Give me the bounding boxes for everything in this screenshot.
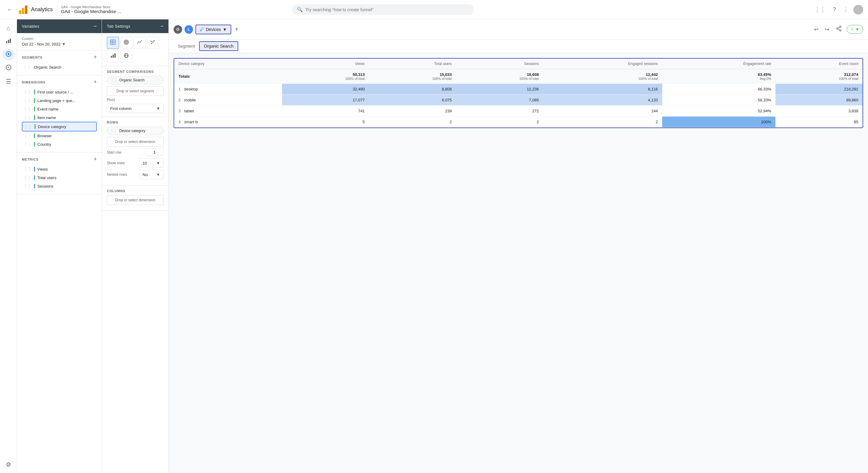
dim-color-bar bbox=[34, 98, 35, 103]
drop-segment-area[interactable]: Drop or select segment bbox=[107, 86, 163, 96]
add-tab-button[interactable]: + bbox=[234, 25, 240, 34]
save-button[interactable]: ✓ ▼ bbox=[847, 25, 863, 34]
metric-item-total-users[interactable]: ⋮⋮ Total users bbox=[22, 173, 97, 182]
viz-geo-button[interactable] bbox=[120, 50, 132, 62]
totals-engaged-sub: 100% of total bbox=[547, 77, 658, 81]
grid-button[interactable]: ⋮⋮ bbox=[812, 4, 828, 16]
dimension-item-browser[interactable]: ⋮⋮ Browser bbox=[22, 131, 97, 140]
dimension-item-first-user-source-/-...[interactable]: ⋮⋮ First user source / ... bbox=[22, 88, 97, 96]
drop-dimension-area[interactable]: Drop or select dimension bbox=[107, 137, 163, 147]
row-chip-device[interactable]: ⋮⋮ Device category bbox=[107, 127, 163, 135]
segment-chip-organic[interactable]: ⋮⋮ Organic Search bbox=[107, 76, 163, 84]
nav-home-button[interactable]: ⌂ bbox=[2, 22, 14, 34]
variables-panel-close[interactable]: − bbox=[93, 23, 97, 29]
metric-item-views[interactable]: ⋮⋮ Views bbox=[22, 165, 97, 173]
svg-rect-21 bbox=[113, 55, 114, 58]
nav-explore-button[interactable] bbox=[2, 49, 14, 61]
redo-button[interactable]: ↪ bbox=[823, 24, 831, 35]
tab-organic-label: Organic Search bbox=[204, 44, 234, 49]
svg-rect-4 bbox=[8, 40, 9, 43]
row-engagement-rate: 100% bbox=[662, 117, 775, 127]
svg-point-17 bbox=[152, 41, 154, 42]
check-icon: ✓ bbox=[851, 27, 854, 32]
row-engaged-sessions: 144 bbox=[543, 106, 662, 117]
nav-advertising-button[interactable] bbox=[2, 62, 14, 74]
row-device-name: mobile bbox=[184, 98, 196, 102]
start-row-input[interactable] bbox=[145, 148, 163, 156]
back-button[interactable]: ← bbox=[5, 4, 14, 15]
row-engaged-sessions: 4,133 bbox=[543, 95, 662, 106]
search-input[interactable] bbox=[305, 7, 469, 12]
metrics-header: METRICS + bbox=[22, 156, 97, 162]
totals-sessions-sub: 100% of total bbox=[460, 77, 539, 81]
dim-color-bar bbox=[34, 142, 35, 147]
share-button[interactable] bbox=[833, 23, 844, 35]
tab-settings-close[interactable]: − bbox=[160, 23, 163, 29]
more-button[interactable]: ⋮ bbox=[841, 4, 851, 16]
close-icon: − bbox=[160, 23, 163, 29]
nav-settings-button[interactable]: ⚙ bbox=[2, 459, 14, 471]
add-metric-button[interactable]: + bbox=[93, 156, 97, 162]
add-segment-button[interactable]: + bbox=[93, 54, 97, 60]
tab-segment[interactable]: Segment bbox=[174, 41, 199, 51]
col-header-device: Device category bbox=[174, 59, 282, 69]
add-dimension-button[interactable]: + bbox=[93, 79, 97, 85]
segment-circle-organic[interactable]: L bbox=[185, 25, 193, 34]
segment-circle-all[interactable]: O bbox=[174, 25, 182, 34]
row-num: 3 bbox=[179, 109, 181, 113]
home-icon: ⌂ bbox=[6, 25, 10, 32]
row-total-users: 8,808 bbox=[369, 84, 456, 95]
pivot-select[interactable]: First column ▼ bbox=[107, 104, 163, 113]
undo-button[interactable]: ↩ bbox=[812, 24, 820, 35]
drop-column-area[interactable]: Drop or select dimension bbox=[107, 195, 163, 205]
help-button[interactable]: ? bbox=[830, 4, 838, 15]
segment-item-organic-search[interactable]: ⋮⋮ Organic Search bbox=[22, 63, 97, 71]
drag-icon: ⋮⋮ bbox=[23, 167, 32, 172]
totals-events-sub: 100% of total bbox=[780, 77, 858, 81]
metric-name: Total users bbox=[37, 175, 57, 180]
col-header-engagement-rate: Engagement rate bbox=[662, 59, 775, 69]
svg-point-19 bbox=[151, 41, 152, 42]
line-chart-icon bbox=[136, 39, 143, 47]
variables-panel-header: Variables − bbox=[17, 20, 102, 33]
search-box[interactable]: 🔍 bbox=[292, 4, 474, 15]
row-event-count: 218,291 bbox=[775, 84, 863, 95]
tab-dropdown[interactable]: 🖊 Devices ▼ bbox=[195, 25, 231, 34]
dimension-item-event-name[interactable]: ⋮⋮ Event name bbox=[22, 105, 97, 113]
viz-table-button[interactable] bbox=[107, 37, 119, 49]
dimension-item-landing-page-+-que...[interactable]: ⋮⋮ Landing page + que... bbox=[22, 96, 97, 105]
dimension-item-device-category[interactable]: ⋮⋮ Device category bbox=[22, 122, 97, 131]
viz-bar-button[interactable] bbox=[107, 50, 119, 62]
advertising-icon bbox=[5, 64, 12, 72]
bar-chart-icon bbox=[110, 53, 116, 60]
metric-item-sessions[interactable]: ⋮⋮ Sessions bbox=[22, 182, 97, 190]
metrics-title: METRICS bbox=[22, 157, 38, 161]
svg-point-14 bbox=[124, 40, 128, 44]
dimension-item-item-name[interactable]: ⋮⋮ Item name bbox=[22, 113, 97, 122]
show-rows-select[interactable]: 10 ▼ bbox=[139, 158, 163, 168]
segment-comparisons-section: SEGMENT COMPARISONS ⋮⋮ Organic Search Dr… bbox=[102, 66, 168, 117]
nested-rows-row: Nested rows No ▼ bbox=[107, 170, 163, 179]
date-range[interactable]: Oct 22 - Nov 20, 2022 ▼ bbox=[22, 41, 97, 47]
nested-rows-select[interactable]: No ▼ bbox=[139, 170, 163, 179]
drag-icon: ⋮⋮ bbox=[23, 107, 32, 111]
segment-comparisons-title: SEGMENT COMPARISONS bbox=[107, 70, 163, 73]
start-row-label: Start row bbox=[107, 150, 121, 154]
viz-donut-button[interactable] bbox=[120, 37, 132, 49]
row-device-name: smart tv bbox=[184, 120, 198, 124]
table-row: 3 tablet 741 239 272 144 52.94% 3,838 bbox=[174, 106, 863, 117]
svg-point-15 bbox=[125, 41, 127, 43]
topbar-left: ← Analytics GA4 - Google Merchandise Sto… bbox=[5, 4, 121, 15]
dimension-item-country[interactable]: ⋮⋮ Country bbox=[22, 140, 97, 148]
row-views: 5 bbox=[282, 117, 369, 127]
avatar[interactable] bbox=[854, 5, 863, 14]
nav-reports-button[interactable] bbox=[2, 35, 14, 47]
viz-scatter-button[interactable] bbox=[147, 37, 159, 49]
donut-icon bbox=[123, 39, 129, 47]
tab-organic-search[interactable]: Organic Search bbox=[199, 41, 238, 51]
nav-configure-button[interactable]: ☰ bbox=[2, 75, 14, 87]
tab-name: Devices bbox=[206, 27, 221, 32]
tab-settings-panel-title: Tab Settings bbox=[107, 24, 130, 29]
viz-line-button[interactable] bbox=[133, 37, 146, 49]
dimension-name: Device category bbox=[38, 124, 66, 129]
